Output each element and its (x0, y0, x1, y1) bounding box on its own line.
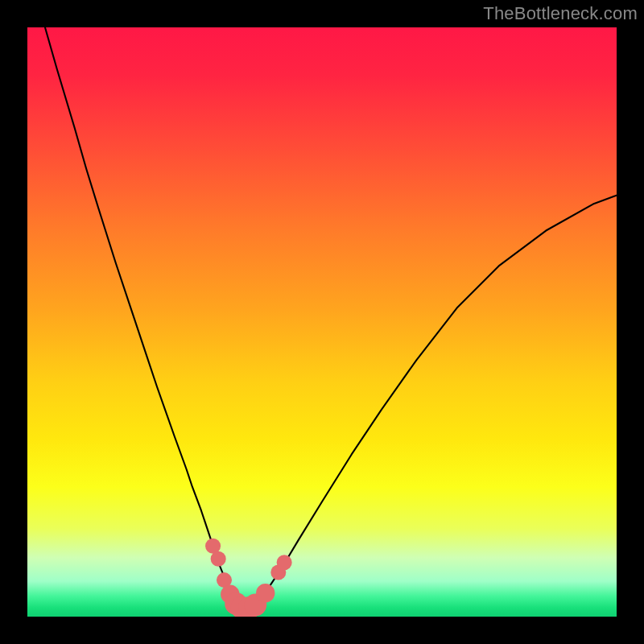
marker-dot (211, 551, 226, 567)
bottleneck-chart (27, 27, 617, 617)
gradient-background (27, 27, 617, 617)
chart-container: TheBottleneck.com (0, 0, 644, 644)
marker-dot (277, 555, 292, 570)
marker-dot (256, 584, 275, 602)
watermark-text: TheBottleneck.com (483, 3, 638, 24)
plot-area (27, 27, 617, 617)
